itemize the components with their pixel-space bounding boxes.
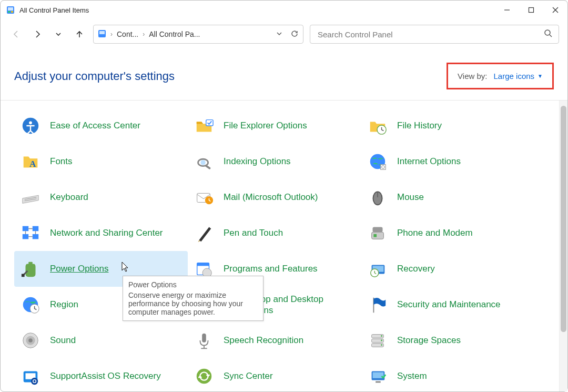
svg-rect-38	[22, 274, 25, 277]
folder-check-icon	[193, 115, 215, 137]
region-icon	[19, 294, 42, 316]
item-label: SupportAssist OS Recovery	[50, 370, 161, 381]
search-input[interactable]	[317, 29, 544, 39]
svg-point-64	[31, 378, 38, 385]
content-area: Ease of Access CenterFile Explorer Optio…	[1, 100, 567, 391]
control-panel-item[interactable]: Speech Recognition	[188, 323, 361, 358]
control-panel-item[interactable]: Internet Options	[361, 144, 535, 179]
chevron-right-icon: ›	[109, 31, 114, 38]
item-label: Phone and Modem	[397, 227, 473, 238]
access-icon	[19, 115, 42, 137]
svg-rect-30	[23, 226, 28, 232]
svg-rect-32	[23, 234, 28, 239]
tooltip-body: Conserve energy or maximize performance …	[128, 291, 258, 316]
control-panel-item[interactable]: Recovery	[361, 251, 535, 287]
search-box[interactable]	[310, 25, 559, 44]
scrollbar[interactable]	[559, 100, 567, 391]
scrollbar-thumb[interactable]	[561, 106, 566, 332]
forward-button[interactable]	[30, 26, 45, 43]
svg-rect-69	[376, 381, 381, 383]
control-panel-item[interactable]: Sound	[14, 323, 188, 358]
svg-rect-14	[206, 120, 213, 126]
svg-rect-37	[28, 262, 33, 265]
control-panel-icon	[6, 5, 15, 15]
item-label: Pen and Touch	[224, 227, 283, 238]
breadcrumb-segment[interactable]: All Control Pa...	[149, 30, 200, 38]
item-label: Sound	[50, 335, 76, 346]
svg-point-59	[381, 335, 382, 337]
tooltip: Power Options Conserve energy or maximiz…	[123, 276, 263, 321]
control-panel-item[interactable]: Storage Spaces	[361, 323, 535, 358]
svg-point-60	[381, 340, 382, 341]
viewby-dropdown[interactable]: Large icons ▼	[494, 72, 543, 81]
breadcrumb-segment[interactable]: Cont...	[117, 30, 138, 38]
svg-rect-33	[33, 234, 38, 239]
control-panel-item[interactable]: Ease of Access Center	[14, 108, 188, 144]
caret-down-icon: ▼	[537, 73, 543, 79]
control-panel-icon	[98, 29, 106, 39]
supportassist-icon	[19, 365, 42, 387]
control-panel-item[interactable]: Sync Center	[188, 358, 361, 391]
svg-point-10	[545, 30, 550, 35]
svg-text:A: A	[29, 159, 36, 169]
control-panel-item[interactable]: Phone and Modem	[361, 215, 535, 251]
network-icon	[19, 222, 42, 244]
item-label: Keyboard	[50, 192, 88, 203]
control-panel-item[interactable]: Indexing Options	[188, 144, 361, 179]
window-controls	[495, 2, 567, 18]
control-panel-item[interactable]: Mouse	[361, 179, 535, 215]
mic-icon	[193, 329, 215, 351]
svg-point-66	[197, 369, 212, 384]
keyboard-icon	[19, 186, 42, 208]
item-label: Sync Center	[224, 370, 273, 381]
control-panel-item[interactable]: File History	[361, 108, 535, 144]
refresh-button[interactable]	[290, 29, 299, 39]
control-panel-item[interactable]: File Explorer Options	[188, 108, 361, 144]
chevron-down-icon[interactable]	[276, 30, 283, 39]
svg-rect-18	[205, 165, 211, 170]
address-bar[interactable]: › Cont... › All Control Pa...	[93, 25, 303, 44]
svg-rect-53	[202, 334, 206, 343]
item-label: File History	[397, 120, 442, 131]
svg-line-11	[550, 35, 552, 37]
item-label: Ease of Access Center	[50, 120, 140, 131]
svg-rect-5	[529, 8, 534, 13]
control-panel-window: All Control Panel Items	[0, 0, 568, 392]
mail-icon	[193, 186, 215, 208]
titlebar: All Control Panel Items	[1, 1, 567, 19]
control-panel-item[interactable]: Mail (Microsoft Outlook)	[188, 179, 361, 215]
search-icon[interactable]	[544, 29, 552, 39]
item-label: Mail (Microsoft Outlook)	[224, 192, 318, 203]
item-label: Power Options	[50, 263, 109, 274]
item-label: Recovery	[397, 263, 435, 274]
globe-icon	[367, 150, 389, 173]
back-button[interactable]	[9, 26, 24, 43]
control-panel-item[interactable]: Keyboard	[14, 179, 188, 215]
item-label: Security and Maintenance	[397, 299, 501, 310]
item-label: Fonts	[50, 156, 73, 167]
up-button[interactable]	[72, 26, 87, 43]
toolbar: › Cont... › All Control Pa...	[1, 19, 567, 49]
item-label: System	[397, 370, 427, 381]
svg-rect-31	[33, 226, 38, 232]
item-label: File Explorer Options	[224, 120, 307, 131]
item-label: Mouse	[397, 192, 424, 203]
recent-locations-button[interactable]	[51, 26, 66, 43]
pen-icon	[193, 222, 215, 244]
minimize-button[interactable]	[495, 2, 519, 18]
control-panel-item[interactable]: AFonts	[14, 144, 188, 179]
control-panel-item[interactable]: Security and Maintenance	[361, 287, 535, 323]
control-panel-item[interactable]: System	[361, 358, 535, 391]
control-panel-item[interactable]: SupportAssist OS Recovery	[14, 358, 188, 391]
folder-clock-icon	[367, 115, 389, 137]
maximize-button[interactable]	[519, 2, 543, 18]
item-label: Internet Options	[397, 156, 461, 167]
close-button[interactable]	[543, 2, 567, 18]
flag-icon	[367, 294, 389, 316]
page-title: Adjust your computer's settings	[14, 69, 175, 83]
control-panel-item[interactable]: Network and Sharing Center	[14, 215, 188, 251]
item-label: Programs and Features	[224, 263, 318, 274]
control-panel-item[interactable]: Pen and Touch	[188, 215, 361, 251]
fonts-icon: A	[19, 150, 42, 173]
viewby-highlight: View by: Large icons ▼	[447, 63, 554, 89]
